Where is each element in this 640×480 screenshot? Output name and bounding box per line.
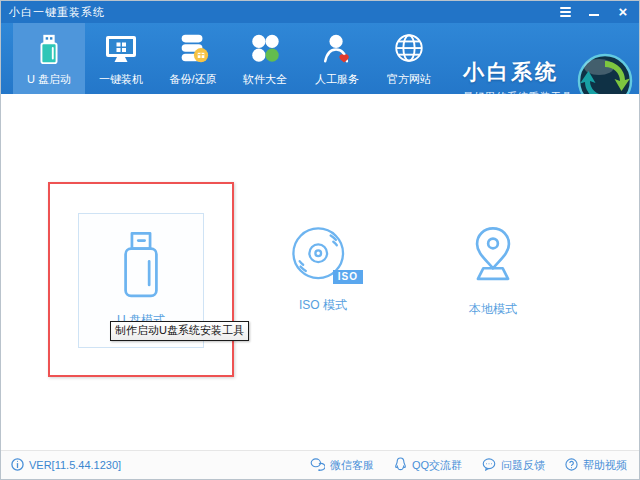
close-button[interactable]: ×: [615, 4, 631, 20]
location-pin-outline-icon: [462, 224, 524, 290]
titlebar: 小白一键重装系统 ×: [1, 1, 639, 23]
window-controls: ×: [557, 1, 631, 23]
nav-label: 软件大全: [243, 72, 287, 87]
nav-item-backup-restore[interactable]: 备份/还原: [157, 23, 229, 94]
mode-card-local[interactable]: 本地模式: [433, 224, 553, 318]
link-label: 问题反馈: [501, 458, 545, 473]
usb-mode-tooltip: 制作启动U盘系统安装工具: [110, 321, 249, 341]
help-circle-icon: [565, 458, 578, 473]
link-label: 微信客服: [330, 458, 374, 473]
pc-install-icon: [103, 29, 139, 69]
toolbar: U 盘启动 一键装机: [1, 23, 639, 94]
mode-card-iso[interactable]: ISO ISO 模式: [263, 224, 383, 314]
main-nav: U 盘启动 一键装机: [13, 23, 445, 94]
usb-drive-outline-icon: [79, 228, 203, 302]
minimize-icon: [589, 14, 599, 16]
human-support-icon: [320, 29, 354, 69]
nav-label: 官方网站: [387, 72, 431, 87]
nav-item-support[interactable]: 人工服务: [301, 23, 373, 94]
minimize-button[interactable]: [586, 4, 602, 20]
close-icon: ×: [619, 4, 628, 20]
version-text: VER[11.5.44.1230]: [29, 459, 121, 471]
link-label: 帮助视频: [583, 458, 627, 473]
nav-item-one-key-install[interactable]: 一键装机: [85, 23, 157, 94]
link-label: QQ交流群: [412, 458, 462, 473]
info-circle-icon: [11, 458, 24, 473]
wechat-support-link[interactable]: 微信客服: [310, 458, 374, 473]
qq-icon: [394, 457, 407, 473]
iso-badge: ISO: [333, 270, 363, 284]
hamburger-menu-glyph: [560, 7, 571, 17]
help-video-link[interactable]: 帮助视频: [565, 458, 627, 473]
statusbar-links: 微信客服 QQ交流群: [310, 457, 627, 473]
hamburger-menu-icon[interactable]: [557, 4, 573, 20]
window-title: 小白一键重装系统: [1, 5, 105, 20]
mode-label-local: 本地模式: [469, 301, 517, 318]
official-website-icon: [392, 29, 426, 69]
usb-boot-icon: [32, 29, 66, 69]
backup-restore-icon: [176, 29, 210, 69]
wechat-icon: [310, 458, 325, 473]
nav-item-website[interactable]: 官方网站: [373, 23, 445, 94]
brand-name: 小白系统: [463, 58, 573, 86]
main-area: U 盘模式 制作启动U盘系统安装工具 ISO ISO 模式: [1, 94, 639, 450]
feedback-bubble-icon: [482, 458, 496, 473]
iso-disc-outline-icon: ISO: [289, 224, 357, 286]
nav-item-software[interactable]: 软件大全: [229, 23, 301, 94]
nav-label: 一键装机: [99, 72, 143, 87]
nav-label: U 盘启动: [27, 72, 71, 87]
statusbar: VER[11.5.44.1230] 微信客服 QQ交流群: [1, 450, 639, 479]
nav-item-usb-boot[interactable]: U 盘启动: [13, 23, 85, 94]
app-window: 小白一键重装系统 × U 盘启动: [0, 0, 640, 480]
feedback-link[interactable]: 问题反馈: [482, 458, 545, 473]
mode-label-iso: ISO 模式: [299, 297, 347, 314]
nav-label: 人工服务: [315, 72, 359, 87]
nav-label: 备份/还原: [169, 72, 216, 87]
software-collection-icon: [248, 29, 282, 69]
qq-group-link[interactable]: QQ交流群: [394, 457, 462, 473]
version-info: VER[11.5.44.1230]: [11, 458, 121, 473]
